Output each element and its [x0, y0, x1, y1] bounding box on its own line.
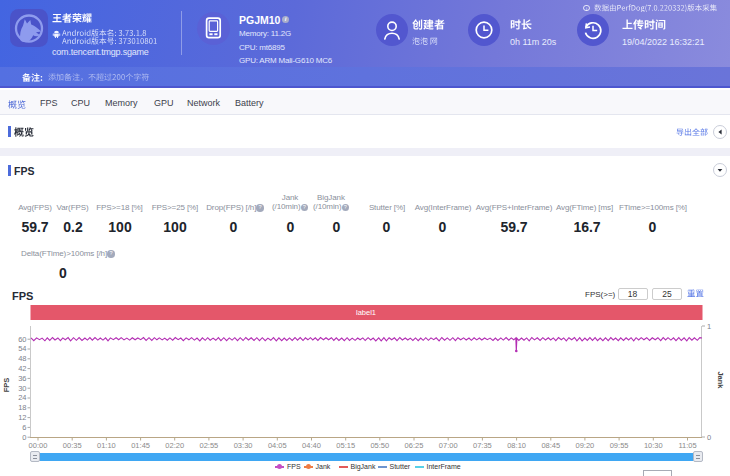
svg-text:24: 24	[18, 393, 26, 402]
svg-text:08:10: 08:10	[507, 441, 526, 450]
svg-text:04:05: 04:05	[268, 441, 287, 450]
svg-text:60: 60	[18, 335, 26, 344]
svg-text:05:50: 05:50	[370, 441, 389, 450]
svg-text:02:55: 02:55	[200, 441, 219, 450]
svg-text:6: 6	[22, 423, 26, 432]
svg-text:1: 1	[707, 322, 711, 331]
svg-text:03:30: 03:30	[234, 441, 253, 450]
svg-text:0: 0	[707, 433, 711, 442]
svg-text:42: 42	[18, 364, 26, 373]
svg-text:02:20: 02:20	[165, 441, 184, 450]
svg-text:10:30: 10:30	[644, 441, 663, 450]
svg-text:00:00: 00:00	[29, 441, 48, 450]
svg-text:08:45: 08:45	[541, 441, 560, 450]
svg-text:Jank: Jank	[716, 371, 725, 389]
svg-text:05:15: 05:15	[336, 441, 355, 450]
svg-text:11:05: 11:05	[678, 441, 696, 450]
svg-text:12: 12	[18, 413, 26, 422]
svg-text:07:35: 07:35	[473, 441, 492, 450]
svg-text:30: 30	[18, 384, 26, 393]
svg-text:54: 54	[18, 344, 26, 353]
svg-text:label1: label1	[356, 308, 376, 317]
svg-text:48: 48	[18, 354, 26, 363]
svg-text:04:40: 04:40	[302, 441, 321, 450]
svg-text:09:20: 09:20	[576, 441, 595, 450]
svg-text:01:10: 01:10	[97, 441, 116, 450]
svg-text:06:25: 06:25	[405, 441, 424, 450]
svg-text:0: 0	[22, 433, 26, 442]
svg-text:01:45: 01:45	[131, 441, 150, 450]
svg-text:09:55: 09:55	[610, 441, 629, 450]
svg-text:00:35: 00:35	[63, 441, 82, 450]
svg-text:18: 18	[18, 403, 26, 412]
svg-text:FPS: FPS	[2, 378, 11, 393]
svg-text:36: 36	[18, 374, 26, 383]
svg-text:07:00: 07:00	[439, 441, 458, 450]
